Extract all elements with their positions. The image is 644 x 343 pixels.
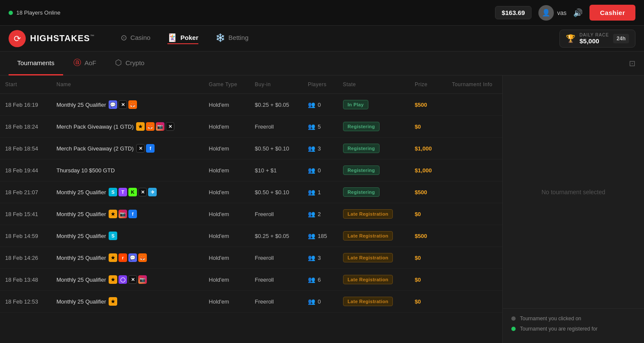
cell-players: 👥 3 [303, 247, 338, 269]
cell-name: Monthly 25 Qualifier ★ [51, 291, 204, 313]
col-buyin: Buy-in [250, 75, 303, 94]
tab-crypto[interactable]: ⬡ Crypto [106, 51, 153, 75]
crypto-icon: ⬡ [115, 58, 122, 67]
cell-prize: $1,000 [410, 138, 442, 159]
table-row[interactable]: 18 Feb 21:07 Monthly 25 Qualifier STK✕✈ … [0, 181, 502, 203]
fox-social-icon: 🦊 [128, 100, 137, 109]
fb-social-icon: f [128, 210, 137, 218]
panel-empty-text: No tournament selected [503, 75, 644, 308]
logo-icon: ⟳ [9, 30, 26, 47]
panel-legend: Tournament you clicked on Tournament you… [503, 308, 644, 343]
cell-start: 18 Feb 14:59 [0, 225, 51, 247]
daily-race-label: DAILY RACE [580, 33, 609, 37]
insta-social-icon: 📷 [138, 275, 147, 284]
navbar: ⟳ HIGHSTAKES™ ⊙ Casino 🃏 Poker ❄️ Bettin… [0, 26, 644, 51]
daily-race-icon: 🏆 [566, 34, 575, 43]
tabs-left: Tournaments ⓐ AoF ⬡ Crypto [9, 51, 155, 75]
nav-betting[interactable]: ❄️ Betting [216, 33, 249, 44]
cell-name: Thursday 10 $500 GTD [51, 159, 204, 181]
table-row[interactable]: 18 Feb 15:41 Monthly 25 Qualifier ★📷f Ho… [0, 203, 502, 225]
social-icons: ★r💬🦊 [109, 253, 147, 262]
table-row[interactable]: 18 Feb 19:44 Thursday 10 $500 GTD Hold'e… [0, 159, 502, 181]
cell-state: Registering [338, 159, 410, 181]
social-icons: S [109, 232, 117, 240]
cell-info [442, 181, 502, 203]
nav-casino[interactable]: ⊙ Casino [121, 33, 151, 44]
table-row[interactable]: 18 Feb 14:59 Monthly 25 Qualifier S Hold… [0, 225, 502, 247]
cell-players: 👥 0 [303, 159, 338, 181]
legend-item-registered: Tournament you are registered for [511, 326, 635, 332]
daily-race[interactable]: 🏆 DAILY RACE $5,000 24h [559, 30, 635, 48]
table-row[interactable]: 18 Feb 16:19 Monthly 25 Qualifier 💬✕🦊 Ho… [0, 94, 502, 116]
tab-crypto-label: Crypto [125, 59, 144, 66]
online-count: 18 Players Online [16, 9, 61, 16]
cell-info [442, 159, 502, 181]
cell-buyin: $0.25 + $0.05 [250, 225, 303, 247]
table-row[interactable]: 18 Feb 18:24 Merch Pack Giveaway (1 GTD)… [0, 116, 502, 138]
sound-icon[interactable]: 🔊 [573, 8, 583, 18]
aof-icon: ⓐ [73, 57, 81, 68]
table-header-row: Start Name Game Type Buy-in Players Stat… [0, 75, 502, 94]
username: vas [557, 9, 567, 16]
tab-tournaments[interactable]: Tournaments [9, 51, 63, 75]
expand-icon[interactable]: ⊡ [629, 59, 635, 68]
cell-start: 18 Feb 14:26 [0, 247, 51, 269]
tournament-name: Monthly 25 Qualifier [56, 211, 106, 217]
table-row[interactable]: 18 Feb 18:54 Merch Pack Giveaway (2 GTD)… [0, 138, 502, 159]
cell-name: Monthly 25 Qualifier STK✕✈ [51, 181, 204, 203]
tournament-name: Monthly 25 Qualifier [56, 102, 106, 108]
tournament-name: Monthly 25 Qualifier [56, 189, 106, 196]
tournament-name: Merch Pack Giveaway (1 GTD) [56, 123, 134, 130]
players-icon: 👥 [308, 298, 315, 305]
cell-prize: $1,000 [410, 159, 442, 181]
fox-social-icon: 🦊 [138, 253, 147, 262]
cell-buyin: Freeroll [250, 269, 303, 291]
cell-state: Late Registration [338, 247, 410, 269]
cell-info [442, 94, 502, 116]
players-count: 2 [318, 211, 321, 217]
tournament-name: Monthly 25 Qualifier [56, 298, 106, 305]
cell-info [442, 116, 502, 138]
nav-poker[interactable]: 🃏 Poker [167, 33, 198, 44]
cell-prize: $500 [410, 181, 442, 203]
table-row[interactable]: 18 Feb 12:53 Monthly 25 Qualifier ★ Hold… [0, 291, 502, 313]
players-icon: 👥 [308, 189, 315, 196]
cell-prize: $0 [410, 203, 442, 225]
cell-players: 👥 2 [303, 203, 338, 225]
cell-gametype: Hold'em [204, 94, 249, 116]
col-info: Tournament Info [442, 75, 502, 94]
cell-buyin: $0.50 + $0.10 [250, 138, 303, 159]
reddit-social-icon: r [118, 253, 127, 262]
logo-light: HIGH [30, 33, 53, 43]
players-count: 3 [318, 145, 321, 152]
cashier-button[interactable]: Cashier [589, 5, 635, 21]
col-name: Name [51, 75, 204, 94]
players-count: 6 [318, 277, 321, 283]
cell-info [442, 138, 502, 159]
players-count: 5 [318, 123, 321, 130]
state-badge: Registering [343, 165, 380, 175]
star-social-icon: ★ [109, 253, 117, 262]
table-row[interactable]: 18 Feb 13:48 Monthly 25 Qualifier ★◯✕📷 H… [0, 269, 502, 291]
legend-label-clicked: Tournament you clicked on [520, 316, 581, 322]
cell-buyin: Freeroll [250, 291, 303, 313]
cell-name: Monthly 25 Qualifier ★r💬🦊 [51, 247, 204, 269]
cell-start: 18 Feb 15:41 [0, 203, 51, 225]
cell-state: Late Registration [338, 203, 410, 225]
tournament-table: Start Name Game Type Buy-in Players Stat… [0, 75, 502, 313]
players-icon: 👥 [308, 145, 315, 152]
cell-name: Merch Pack Giveaway (1 GTD) ★🦊📷✕ [51, 116, 204, 138]
daily-race-timer: 24h [613, 34, 629, 43]
state-badge: Late Registration [343, 253, 393, 262]
cell-start: 18 Feb 19:44 [0, 159, 51, 181]
state-badge: Late Registration [343, 275, 393, 284]
table-row[interactable]: 18 Feb 14:26 Monthly 25 Qualifier ★r💬🦊 H… [0, 247, 502, 269]
cell-prize: $0 [410, 116, 442, 138]
players-icon: 👥 [308, 123, 315, 130]
cell-state: Registering [338, 181, 410, 203]
state-badge: Registering [343, 144, 380, 153]
star-social-icon: ★ [109, 297, 117, 306]
state-badge: Late Registration [343, 297, 393, 306]
tab-aof[interactable]: ⓐ AoF [65, 51, 105, 75]
cell-prize: $0 [410, 291, 442, 313]
